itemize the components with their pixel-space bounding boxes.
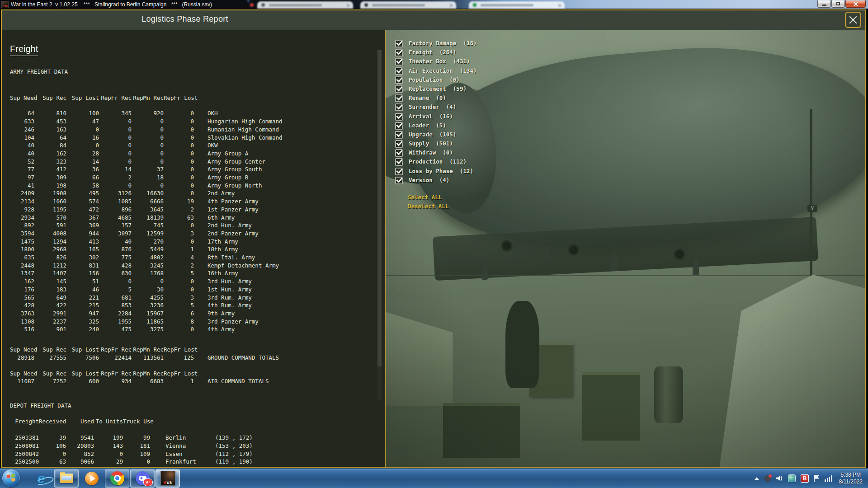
cell-value: 1768 <box>132 269 164 277</box>
cell-value: 0 <box>39 466 66 467</box>
checkbox-checked-icon[interactable] <box>395 94 403 102</box>
select-all-link[interactable]: Select ALL <box>408 193 477 202</box>
checkbox-checked-icon[interactable] <box>395 113 403 121</box>
column-header: Freight <box>10 418 39 426</box>
filter-item-surrender[interactable]: Surrender (4) <box>395 103 477 112</box>
cell-value: 2448 <box>10 262 34 270</box>
army-table-row: 3594400894430971259932nd Panzer Army <box>10 230 385 238</box>
cell-value: 302 <box>66 253 99 262</box>
filter-item-supply[interactable]: Supply (501) <box>395 139 477 148</box>
tray-discord-icon[interactable] <box>764 475 771 482</box>
report-scrollbar[interactable] <box>377 50 382 400</box>
taskbar-media-player[interactable] <box>80 469 104 488</box>
start-button[interactable] <box>2 469 20 487</box>
antivirus-icon[interactable]: B <box>801 474 809 483</box>
tray-utility-icon[interactable] <box>788 474 796 482</box>
cell-value: 3 <box>164 294 194 302</box>
filter-label: Production (112) <box>409 157 467 166</box>
filter-item-loss-by-phase[interactable]: Loss by Phase (12) <box>395 167 477 176</box>
filter-item-upgrade[interactable]: Upgrade (105) <box>395 130 477 139</box>
unit-name: 16th Army <box>208 269 385 277</box>
dialog-close-button[interactable] <box>845 12 861 28</box>
total-value: 125 <box>164 354 194 362</box>
cell-value: 1294 <box>34 238 66 246</box>
cell-value: 853 <box>99 301 132 310</box>
cell-value: 0 <box>164 117 194 126</box>
cell-value: 5 <box>164 301 194 310</box>
checkbox-checked-icon[interactable] <box>395 67 403 75</box>
city-coordinates: (153 , 203) <box>215 442 253 450</box>
volume-icon[interactable]: ) <box>776 475 783 482</box>
filter-item-factory-damage[interactable]: Factory Damage (18) <box>395 39 477 48</box>
cell-value: 3 <box>164 230 194 238</box>
cell-value: 2 <box>164 206 194 214</box>
unit-name: Army Group North <box>208 182 385 190</box>
checkbox-checked-icon[interactable] <box>395 158 403 166</box>
close-window-button[interactable] <box>845 0 866 8</box>
cell-value: 852 <box>66 450 94 458</box>
system-tray: ) B 5:38 PM 8/11/2022 <box>755 472 868 485</box>
cell-value: 2503381 <box>10 434 39 442</box>
army-table-rows: 648101003459200OKH63345347000Hungarian H… <box>10 109 385 333</box>
filter-item-version[interactable]: Version (4) <box>395 176 477 185</box>
network-signal-icon[interactable] <box>825 475 832 482</box>
checkbox-checked-icon[interactable] <box>395 131 403 139</box>
browser-tab <box>469 1 565 9</box>
action-center-flag-icon[interactable] <box>814 475 820 482</box>
checkbox-checked-icon[interactable] <box>395 58 403 66</box>
filter-item-population[interactable]: Population (0) <box>395 75 477 84</box>
taskbar-clock[interactable]: 5:38 PM 8/11/2022 <box>837 472 863 485</box>
cell-value: 2968 <box>34 245 66 253</box>
cell-value: 41 <box>10 182 34 190</box>
cell-value: 2991 <box>34 310 66 318</box>
column-header: Sup Lost <box>66 370 99 378</box>
cell-value: 367 <box>66 214 99 222</box>
checkbox-checked-icon[interactable] <box>395 140 403 148</box>
cell-value: 944 <box>66 230 99 238</box>
cell-value: 64 <box>10 109 34 117</box>
army-table-row: 9281195472896364521st Panzer Army <box>10 206 385 214</box>
checkbox-checked-icon[interactable] <box>395 103 403 111</box>
column-header: RepFr Lost <box>164 346 194 354</box>
checkbox-checked-icon[interactable] <box>395 40 403 47</box>
checkbox-checked-icon[interactable] <box>395 177 403 184</box>
checkbox-checked-icon[interactable] <box>395 122 403 130</box>
filter-item-rename[interactable]: Rename (0) <box>395 94 477 103</box>
checkbox-checked-icon[interactable] <box>395 76 403 84</box>
column-header: RepFr Rec <box>99 94 132 102</box>
filter-item-air-execution[interactable]: Air Execution (134) <box>395 66 477 75</box>
cell-value: 104 <box>10 134 34 142</box>
checkbox-checked-icon[interactable] <box>395 149 403 157</box>
filter-item-leader[interactable]: Leader (5) <box>395 121 477 130</box>
scrollbar-thumb[interactable] <box>377 50 382 366</box>
cell-value: 3594 <box>10 230 34 238</box>
show-hidden-icons-button[interactable] <box>755 477 759 480</box>
cell-value: 453 <box>34 117 66 126</box>
filter-item-theater-box[interactable]: Theater Box (431) <box>395 57 477 66</box>
cell-value: 46 <box>66 286 99 294</box>
cell-value: 472 <box>66 206 99 214</box>
taskbar-chrome[interactable] <box>105 469 129 488</box>
filter-item-production[interactable]: Production (112) <box>395 157 477 166</box>
army-table-row: 2409190849531261663002nd Army <box>10 189 385 197</box>
taskbar-internet-explorer[interactable]: e <box>29 469 53 488</box>
cell-value: 0 <box>99 182 132 190</box>
cell-value: 1 <box>164 245 194 253</box>
filter-item-arrival[interactable]: Arrival (16) <box>395 112 477 121</box>
cell-value: 896 <box>99 206 132 214</box>
checkbox-checked-icon[interactable] <box>395 168 403 175</box>
checkbox-checked-icon[interactable] <box>395 49 403 56</box>
taskbar-windows-explorer[interactable] <box>54 469 79 488</box>
minimize-button[interactable] <box>817 0 831 8</box>
cell-value: 428 <box>99 262 132 270</box>
browser-favicon <box>250 3 254 7</box>
filter-item-freight[interactable]: Freight (264) <box>395 48 477 57</box>
taskbar-wite-game-active[interactable]: WitE <box>156 469 180 488</box>
cell-value: 2500000 <box>10 466 39 467</box>
filter-item-replacement[interactable]: Replacement (59) <box>395 84 477 94</box>
filter-item-withdraw[interactable]: Withdraw (0) <box>395 148 477 157</box>
deselect-all-link[interactable]: Deselect ALL <box>408 202 477 211</box>
checkbox-checked-icon[interactable] <box>395 85 403 93</box>
restore-button[interactable] <box>831 0 845 8</box>
taskbar-discord[interactable]: 9+ <box>130 469 155 488</box>
